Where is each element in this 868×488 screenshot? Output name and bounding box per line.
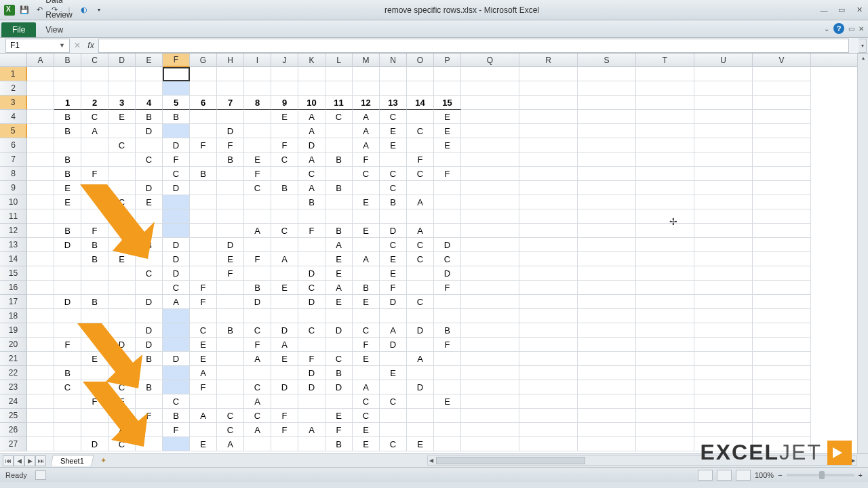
col-header-K[interactable]: K <box>298 54 326 67</box>
cell-L9[interactable]: B <box>326 181 353 195</box>
cell-H16[interactable] <box>217 281 244 295</box>
cell-T5[interactable] <box>636 124 694 138</box>
cell-A25[interactable] <box>27 409 54 423</box>
cell-D23[interactable]: C <box>108 380 136 394</box>
cell-F2[interactable] <box>163 81 190 96</box>
cell-L8[interactable] <box>326 167 353 181</box>
cell-L14[interactable]: E <box>326 252 353 266</box>
cell-C15[interactable] <box>81 266 108 281</box>
cell-B2[interactable] <box>54 81 81 96</box>
cell-N2[interactable] <box>380 81 407 96</box>
row-header-13[interactable]: 13 <box>0 238 27 252</box>
row-header-19[interactable]: 19 <box>0 323 27 338</box>
formula-bar-expand-icon[interactable]: ▾ <box>859 39 867 53</box>
cell-J12[interactable]: C <box>271 224 298 238</box>
cell-V18[interactable] <box>753 309 811 323</box>
cell-I27[interactable] <box>244 437 271 451</box>
cell-U15[interactable] <box>694 266 753 281</box>
cell-Q10[interactable] <box>461 195 519 209</box>
cell-U4[interactable] <box>694 110 753 124</box>
cell-C26[interactable] <box>81 423 108 437</box>
cell-B4[interactable]: B <box>54 110 81 124</box>
cell-E25[interactable]: F <box>136 409 163 423</box>
cell-F4[interactable]: B <box>163 110 190 124</box>
cell-N8[interactable]: C <box>380 167 407 181</box>
cell-R8[interactable] <box>519 167 578 181</box>
cell-A10[interactable] <box>27 195 54 209</box>
cell-J21[interactable]: E <box>271 352 298 366</box>
cell-U24[interactable] <box>694 394 753 409</box>
cell-J4[interactable]: E <box>271 110 298 124</box>
cell-S5[interactable] <box>578 124 636 138</box>
cell-I21[interactable]: A <box>244 352 271 366</box>
cell-E1[interactable] <box>136 67 163 81</box>
cell-A18[interactable] <box>27 309 54 323</box>
cell-V17[interactable] <box>753 295 811 309</box>
cell-T17[interactable] <box>636 295 694 309</box>
cell-V25[interactable] <box>753 409 811 423</box>
cell-I3[interactable]: 8 <box>244 96 271 110</box>
cell-C12[interactable]: F <box>81 224 108 238</box>
cell-J6[interactable]: F <box>271 138 298 152</box>
cell-Q17[interactable] <box>461 295 519 309</box>
cell-F25[interactable]: B <box>163 409 190 423</box>
name-box-dropdown-icon[interactable]: ▼ <box>59 42 65 49</box>
cell-F20[interactable] <box>163 338 190 352</box>
cell-I23[interactable]: C <box>244 380 271 394</box>
cell-P3[interactable]: 15 <box>434 96 461 110</box>
cell-F24[interactable]: C <box>163 394 190 409</box>
row-header-18[interactable]: 18 <box>0 309 27 323</box>
cell-I18[interactable] <box>244 309 271 323</box>
cell-O16[interactable] <box>407 281 434 295</box>
cell-P19[interactable]: B <box>434 323 461 338</box>
cell-S25[interactable] <box>578 409 636 423</box>
cell-O3[interactable]: 14 <box>407 96 434 110</box>
cell-Q16[interactable] <box>461 281 519 295</box>
cell-L6[interactable] <box>326 138 353 152</box>
cell-H1[interactable] <box>217 67 244 81</box>
col-header-V[interactable]: V <box>753 54 811 67</box>
cell-O24[interactable] <box>407 394 434 409</box>
minimize-button[interactable]: — <box>818 5 830 16</box>
col-header-F[interactable]: F <box>163 54 190 67</box>
cell-O11[interactable] <box>407 209 434 224</box>
cell-F1[interactable] <box>163 67 190 81</box>
cell-M19[interactable]: C <box>353 323 380 338</box>
row-header-26[interactable]: 26 <box>0 423 27 437</box>
cell-N18[interactable] <box>380 309 407 323</box>
cell-F10[interactable] <box>163 195 190 209</box>
cell-D22[interactable] <box>108 366 136 380</box>
cell-K7[interactable]: A <box>298 152 326 167</box>
cell-C10[interactable] <box>81 195 108 209</box>
cell-O9[interactable] <box>407 181 434 195</box>
cell-D16[interactable] <box>108 281 136 295</box>
view-break-button[interactable] <box>736 470 751 481</box>
cell-O19[interactable]: D <box>407 323 434 338</box>
cell-H24[interactable] <box>217 394 244 409</box>
cell-E6[interactable] <box>136 138 163 152</box>
row-header-24[interactable]: 24 <box>0 394 27 409</box>
formula-input[interactable] <box>98 39 849 53</box>
cell-V19[interactable] <box>753 323 811 338</box>
cell-I12[interactable]: A <box>244 224 271 238</box>
cell-G14[interactable] <box>190 252 217 266</box>
cell-B26[interactable] <box>54 423 81 437</box>
cell-Q4[interactable] <box>461 110 519 124</box>
cell-E7[interactable]: C <box>136 152 163 167</box>
cell-R10[interactable] <box>519 195 578 209</box>
cell-L13[interactable]: A <box>326 238 353 252</box>
cell-E19[interactable]: D <box>136 323 163 338</box>
cell-A9[interactable] <box>27 181 54 195</box>
cell-G10[interactable] <box>190 195 217 209</box>
cell-S22[interactable] <box>578 366 636 380</box>
cell-S23[interactable] <box>578 380 636 394</box>
cell-A2[interactable] <box>27 81 54 96</box>
cell-K17[interactable]: D <box>298 295 326 309</box>
cell-D18[interactable] <box>108 309 136 323</box>
cell-D11[interactable] <box>108 209 136 224</box>
cell-H25[interactable]: C <box>217 409 244 423</box>
name-box[interactable]: F1 ▼ <box>5 39 70 53</box>
cell-T25[interactable] <box>636 409 694 423</box>
cell-Q6[interactable] <box>461 138 519 152</box>
cell-C2[interactable] <box>81 81 108 96</box>
